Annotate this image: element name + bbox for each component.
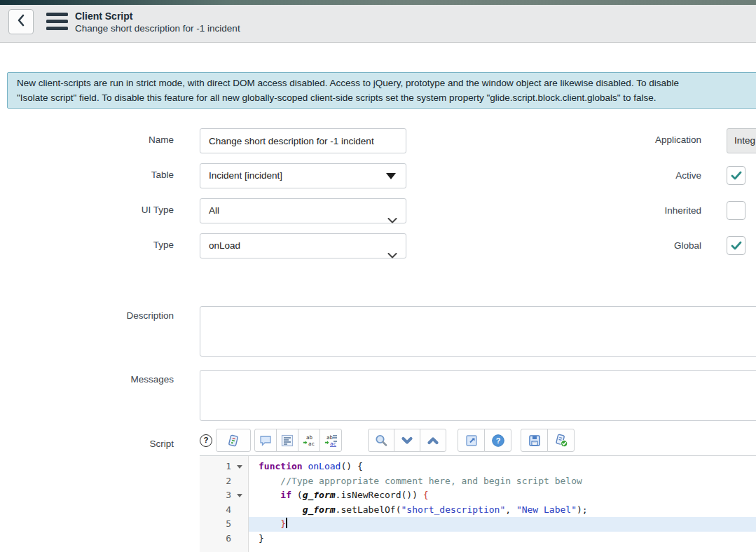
code-token: .setLabelOf(	[336, 504, 401, 515]
banner-line-1: New client-scripts are run in strict mod…	[17, 76, 756, 90]
code-token: if	[280, 490, 291, 500]
messages-textarea[interactable]	[200, 370, 756, 421]
code-token: "short_description"	[401, 504, 506, 515]
format-code-button[interactable]	[276, 429, 298, 452]
editor-gutter: 123456	[200, 456, 249, 552]
checkmark-icon	[731, 171, 742, 180]
type-select[interactable]: onLoad	[200, 233, 406, 258]
find-previous-icon	[426, 434, 440, 448]
ui-type-select[interactable]: All	[200, 198, 406, 223]
replace-all-button[interactable]	[319, 429, 342, 452]
comment-icon	[259, 434, 273, 448]
code-token: {	[423, 490, 429, 500]
code-token: //Type appropriate comment here, and beg…	[280, 476, 582, 486]
toolbar-group	[254, 429, 342, 452]
code-token: (	[291, 490, 303, 500]
validate-script-button[interactable]	[547, 429, 575, 452]
code-token: g_form	[303, 504, 336, 515]
dropdown-arrow-icon	[386, 173, 396, 179]
code-line-6[interactable]: }	[249, 532, 756, 546]
code-line-1[interactable]: function onLoad() {	[249, 460, 756, 474]
checkmark-icon	[731, 241, 742, 250]
replace-button[interactable]	[298, 429, 320, 452]
table-label: Table	[28, 170, 174, 180]
description-textarea[interactable]	[200, 306, 756, 357]
table-dropdown[interactable]: Incident [incident]	[200, 163, 406, 188]
code-token	[259, 490, 280, 500]
popout-icon	[465, 434, 479, 448]
description-label: Description	[28, 310, 174, 321]
replace-all-icon	[324, 434, 338, 448]
replace-icon	[302, 434, 316, 448]
global-checkbox[interactable]	[727, 236, 745, 255]
find-next-button[interactable]	[394, 429, 420, 452]
inherited-label: Inherited	[547, 205, 701, 216]
code-token: );	[577, 504, 588, 515]
code-line-5[interactable]: }	[249, 517, 756, 532]
find-previous-button[interactable]	[420, 429, 446, 452]
format-code-icon	[280, 434, 294, 448]
chevron-down-icon	[387, 209, 397, 233]
inherited-checkbox[interactable]	[727, 201, 745, 220]
table-dropdown-value: Incident [incident]	[209, 170, 282, 181]
code-line-3[interactable]: if (g_form.isNewRecord()) {	[249, 488, 756, 503]
editor-code-area[interactable]: function onLoad() { //Type appropriate c…	[249, 456, 756, 552]
syntax-script-button[interactable]	[216, 429, 251, 452]
messages-label: Messages	[28, 374, 174, 385]
code-token: }	[259, 533, 264, 544]
code-fold-icon[interactable]	[237, 465, 242, 469]
save-icon	[528, 434, 542, 448]
code-token	[259, 518, 280, 529]
name-input[interactable]	[200, 128, 406, 153]
active-label: Active	[547, 170, 701, 181]
code-token: function	[259, 461, 303, 471]
back-button[interactable]	[8, 9, 34, 34]
line-number: 4	[200, 503, 248, 518]
popout-button[interactable]	[458, 429, 485, 452]
comment-button[interactable]	[254, 429, 277, 452]
code-token: ,	[505, 504, 516, 515]
type-label: Type	[28, 240, 174, 250]
code-token: onLoad	[308, 461, 341, 471]
banner-line-2: "Isolate script" field. To disable this …	[17, 90, 756, 105]
code-token: }	[280, 518, 286, 529]
application-label: Application	[547, 134, 701, 145]
ui-type-label: UI Type	[28, 205, 174, 215]
line-number: 3	[200, 488, 248, 503]
code-line-4[interactable]: g_form.setLabelOf("short_description", "…	[249, 503, 756, 518]
editor-help-icon	[491, 434, 505, 448]
line-number: 2	[200, 474, 248, 489]
save-button[interactable]	[521, 429, 548, 452]
back-chevron-icon	[17, 13, 25, 30]
active-checkbox[interactable]	[727, 166, 745, 185]
script-code-editor[interactable]: 123456 function onLoad() { //Type approp…	[200, 455, 756, 552]
line-number: 6	[200, 532, 248, 546]
context-menu-icon[interactable]	[46, 13, 68, 30]
syntax-script-icon	[226, 434, 240, 448]
search-button[interactable]	[368, 429, 394, 452]
validate-script-icon	[554, 434, 568, 448]
toolbar-group	[368, 429, 446, 452]
record-type-title: Client Script	[75, 10, 240, 22]
code-line-2[interactable]: //Type appropriate comment here, and beg…	[249, 474, 756, 489]
top-accent-bar	[0, 0, 756, 5]
code-fold-icon[interactable]	[237, 494, 242, 497]
record-name-subtitle: Change short description for -1 incident	[75, 22, 240, 35]
ui-type-select-value: All	[209, 205, 219, 216]
editor-help-button[interactable]	[484, 429, 511, 452]
global-label: Global	[547, 240, 701, 251]
script-help-icon[interactable]: ?	[200, 434, 212, 447]
code-token	[259, 504, 303, 515]
code-token	[259, 476, 280, 486]
name-label: Name	[28, 134, 174, 145]
search-icon	[374, 434, 388, 448]
text-cursor	[286, 518, 287, 528]
toolbar-group	[521, 429, 575, 452]
header-titles: Client Script Change short description f…	[75, 10, 240, 35]
toolbar-group	[458, 429, 511, 452]
client-script-form-page: Client Script Change short description f…	[0, 0, 756, 552]
line-number: 1	[200, 460, 248, 474]
find-next-icon	[400, 434, 414, 448]
code-token: () {	[341, 461, 362, 471]
type-select-value: onLoad	[209, 240, 240, 251]
